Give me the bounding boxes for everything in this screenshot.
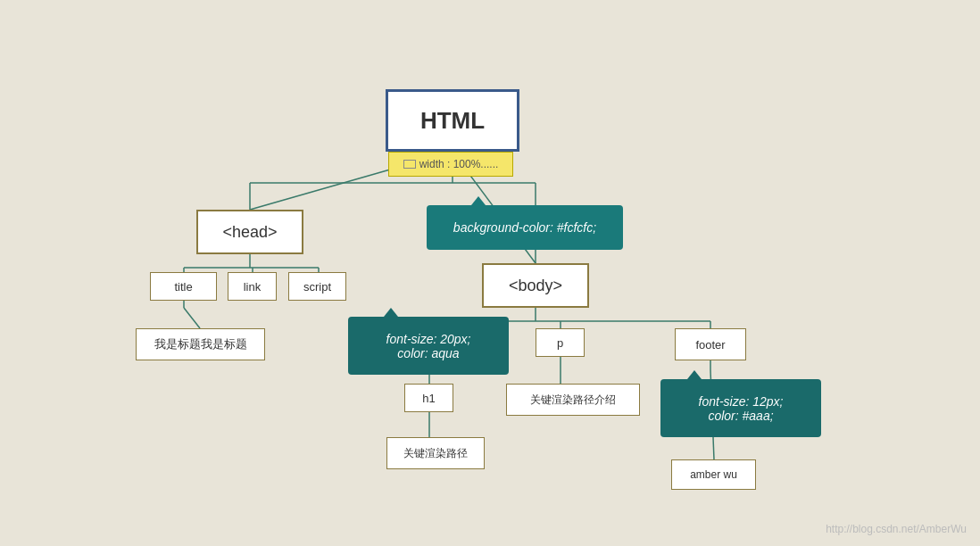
head-title-text-node: 我是标题我是标题 [136, 328, 265, 360]
bg-color-label: background-color: #fcfcfc; [453, 220, 596, 235]
watermark: http://blog.csdn.net/AmberWu [826, 523, 967, 535]
head-node: <head> [196, 210, 303, 254]
head-label: <head> [222, 223, 277, 242]
p-text-node: 关键渲染路径介绍 [506, 384, 640, 416]
p-label: p [557, 336, 563, 350]
bg-color-tooltip: background-color: #fcfcfc; [427, 205, 623, 250]
p-node: p [536, 328, 585, 357]
link-node: link [228, 272, 277, 301]
body-node: <body> [482, 263, 589, 308]
font-tooltip-label: font-size: 20px; color: aqua [386, 332, 471, 360]
head-title-text: 我是标题我是标题 [154, 336, 247, 352]
width-tooltip-label: width : 100%...... [419, 158, 499, 170]
script-node: script [288, 272, 346, 301]
title-label: title [174, 280, 192, 294]
p-text-label: 关键渲染路径介绍 [530, 393, 616, 408]
h1-label: h1 [422, 392, 435, 405]
width-tooltip: width : 100%...... [388, 152, 513, 177]
title-node: title [150, 272, 217, 301]
rect-icon [403, 160, 416, 169]
h1-text-node: 关键渲染路径 [386, 437, 485, 469]
amber-node: amber wu [671, 459, 756, 490]
font-tooltip: font-size: 20px; color: aqua [348, 317, 509, 375]
footer-label: footer [695, 338, 725, 352]
html-node: HTML [386, 89, 519, 152]
footer-tooltip: font-size: 12px; color: #aaa; [660, 379, 821, 437]
h1-node: h1 [404, 384, 453, 412]
svg-line-14 [184, 308, 200, 328]
script-label: script [303, 280, 331, 294]
footer-tooltip-label: font-size: 12px; color: #aaa; [699, 394, 784, 423]
footer-node: footer [675, 328, 746, 360]
h1-text-label: 关键渲染路径 [403, 446, 468, 461]
body-label: <body> [509, 277, 562, 295]
amber-label: amber wu [690, 468, 737, 481]
link-label: link [244, 280, 262, 294]
html-label: HTML [420, 107, 485, 135]
